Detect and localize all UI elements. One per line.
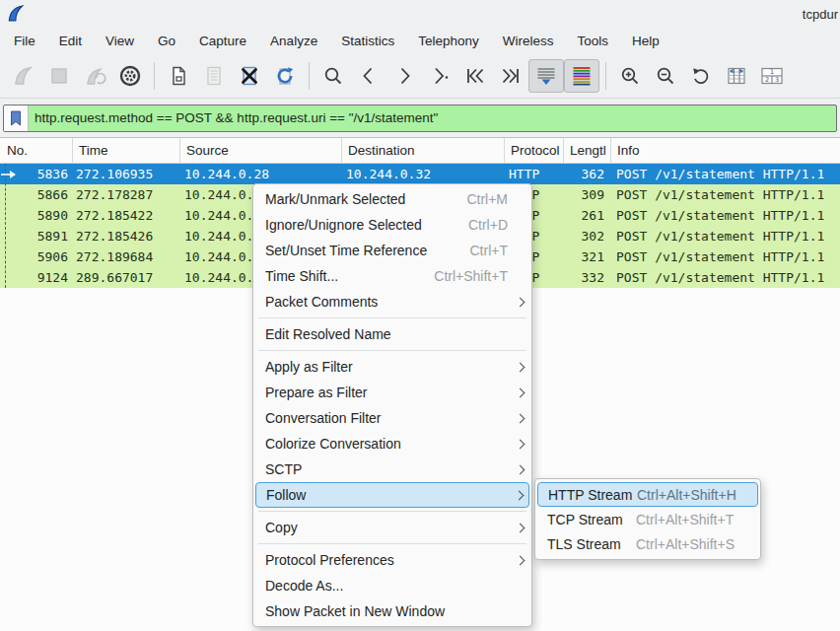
go-to-packet-button[interactable] <box>422 59 457 93</box>
column-header-protocol[interactable]: Protocol <box>505 138 564 163</box>
pane-layout-button[interactable]: 123 <box>754 59 790 93</box>
restart-capture-button[interactable] <box>77 59 112 93</box>
menu-item-label: SCTP <box>265 461 508 477</box>
context-item-edit-resolved-name[interactable]: Edit Resolved Name <box>253 321 531 347</box>
menu-view[interactable]: View <box>94 29 146 53</box>
double-chevron-first-icon <box>463 64 487 88</box>
save-capture-file-button[interactable] <box>196 59 232 93</box>
display-filter-box <box>3 105 837 132</box>
context-item-mark-unmark[interactable]: Mark/Unmark Selected Ctrl+M <box>253 186 531 212</box>
submenu-arrow-icon <box>516 362 525 372</box>
filter-bookmark-button[interactable] <box>4 105 29 131</box>
column-header-destination[interactable]: Destination <box>342 138 505 163</box>
zoom-in-button[interactable] <box>612 59 648 93</box>
go-last-packet-button[interactable] <box>493 59 528 93</box>
cell-length: 309 <box>564 187 611 202</box>
toolbar-separator <box>309 62 310 90</box>
packet-row[interactable]: 5836 272.106935 10.244.0.28 10.244.0.32 … <box>0 164 840 184</box>
menu-help[interactable]: Help <box>620 29 671 53</box>
menu-separator <box>258 317 526 318</box>
menu-file[interactable]: File <box>2 29 47 53</box>
shark-fin-icon <box>12 64 35 88</box>
column-header-source[interactable]: Source <box>180 138 342 163</box>
zoom-out-button[interactable] <box>648 59 683 93</box>
auto-scroll-button[interactable] <box>528 59 564 93</box>
cell-no: 5866 <box>0 187 73 202</box>
cell-no: 5906 <box>0 249 73 264</box>
capture-options-button[interactable] <box>112 59 148 93</box>
stop-capture-button[interactable] <box>41 59 77 93</box>
menu-capture[interactable]: Capture <box>187 29 258 53</box>
auto-scroll-icon <box>534 64 558 88</box>
menu-tools[interactable]: Tools <box>565 29 620 53</box>
context-item-decode-as[interactable]: Decode As... <box>253 573 531 598</box>
svg-text:1: 1 <box>770 68 774 76</box>
resize-columns-button[interactable] <box>719 59 754 93</box>
go-forward-button[interactable] <box>386 59 422 93</box>
context-item-apply-as-filter[interactable]: Apply as Filter <box>253 354 531 380</box>
context-item-sctp[interactable]: SCTP <box>253 456 531 482</box>
menu-telephony[interactable]: Telephony <box>406 29 491 53</box>
column-header-no[interactable]: No. <box>0 138 73 163</box>
submenu-arrow-icon <box>516 523 525 532</box>
menu-separator <box>258 511 526 512</box>
menu-item-shortcut: Ctrl+Alt+Shift+H <box>637 487 736 503</box>
context-item-protocol-preferences[interactable]: Protocol Preferences <box>253 547 531 573</box>
toolbar-separator <box>605 62 606 90</box>
close-capture-file-button[interactable] <box>232 59 267 93</box>
menu-item-label: HTTP Stream <box>548 487 637 503</box>
start-capture-button[interactable] <box>6 59 41 93</box>
submenu-item-tls-stream[interactable]: TLS Stream Ctrl+Alt+Shift+S <box>535 531 760 556</box>
menu-item-label: Apply as Filter <box>265 359 508 375</box>
find-packet-button[interactable] <box>315 59 351 93</box>
context-item-colorize-conversation[interactable]: Colorize Conversation <box>253 431 531 456</box>
submenu-item-tcp-stream[interactable]: TCP Stream Ctrl+Alt+Shift+T <box>535 507 760 531</box>
context-item-time-shift[interactable]: Time Shift... Ctrl+Shift+T <box>253 263 531 289</box>
chevron-right-dot-icon <box>428 64 452 88</box>
open-capture-file-button[interactable] <box>161 59 196 93</box>
zoom-reset-button[interactable] <box>683 59 719 93</box>
column-header-length[interactable]: Lengtl <box>564 138 611 163</box>
cell-protocol: HTTP <box>505 167 564 181</box>
menu-item-label: Packet Comments <box>265 294 508 310</box>
menu-wireless[interactable]: Wireless <box>491 29 566 53</box>
pane-layout-icon: 123 <box>759 64 785 88</box>
cell-length: 362 <box>564 167 611 181</box>
column-header-info[interactable]: Info <box>611 138 840 163</box>
menu-item-shortcut: Ctrl+M <box>466 191 508 207</box>
menu-statistics[interactable]: Statistics <box>329 29 406 53</box>
go-first-packet-button[interactable] <box>457 59 493 93</box>
menu-item-label: TLS Stream <box>547 536 636 552</box>
display-filter-input[interactable] <box>29 105 836 131</box>
svg-text:3: 3 <box>775 76 779 84</box>
context-item-ignore-unignore[interactable]: Ignore/Unignore Selected Ctrl+D <box>253 212 531 238</box>
menu-item-shortcut: Ctrl+D <box>468 217 508 233</box>
cell-time: 272.189684 <box>73 249 180 264</box>
context-item-show-packet-in-new-window[interactable]: Show Packet in New Window <box>253 598 531 624</box>
search-icon <box>321 64 345 88</box>
context-item-follow[interactable]: Follow <box>255 482 529 508</box>
reload-capture-file-button[interactable] <box>267 59 303 93</box>
submenu-arrow-icon <box>516 439 525 449</box>
submenu-item-http-stream[interactable]: HTTP Stream Ctrl+Alt+Shift+H <box>537 482 758 507</box>
context-item-conversation-filter[interactable]: Conversation Filter <box>253 405 531 431</box>
menu-item-label: Set/Unset Time Reference <box>265 243 453 258</box>
menu-analyze[interactable]: Analyze <box>258 29 329 53</box>
bookmark-icon <box>10 110 22 126</box>
submenu-arrow-icon <box>516 413 525 423</box>
menu-edit[interactable]: Edit <box>47 29 94 53</box>
context-item-copy[interactable]: Copy <box>253 515 531 540</box>
go-back-button[interactable] <box>351 59 386 93</box>
cell-time: 272.106935 <box>73 167 180 181</box>
chevron-right-icon <box>392 64 416 88</box>
cell-info: POST /v1/statement HTTP/1.1 <box>611 208 840 223</box>
menu-separator <box>258 350 526 351</box>
menu-go[interactable]: Go <box>146 29 187 53</box>
colorize-packets-button[interactable] <box>564 59 599 93</box>
context-item-prepare-as-filter[interactable]: Prepare as Filter <box>253 380 531 405</box>
context-item-set-unset-time-reference[interactable]: Set/Unset Time Reference Ctrl+T <box>253 238 531 263</box>
column-header-time[interactable]: Time <box>73 138 180 163</box>
context-item-packet-comments[interactable]: Packet Comments <box>253 289 531 315</box>
cell-time: 272.185426 <box>73 229 180 244</box>
cell-length: 321 <box>564 249 611 264</box>
